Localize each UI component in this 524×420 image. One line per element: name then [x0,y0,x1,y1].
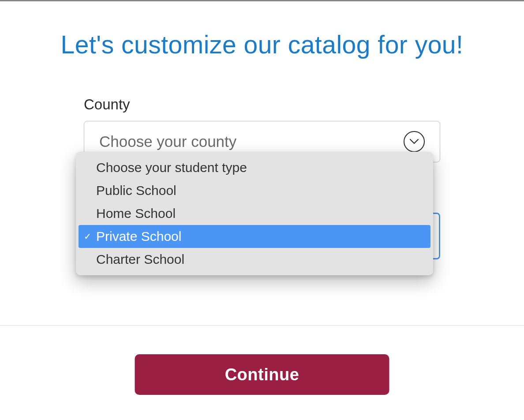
continue-button[interactable]: Continue [135,354,389,395]
option-label: Public School [96,183,176,198]
dropdown-option-charter-school[interactable]: ✓ Charter School [79,248,430,271]
option-label: Charter School [96,252,184,267]
county-placeholder: Choose your county [99,133,236,150]
page-title: Let's customize our catalog for you! [0,28,524,62]
dropdown-option-placeholder[interactable]: ✓ Choose your student type [79,156,430,179]
divider [0,325,524,326]
option-label: Home School [96,206,176,221]
dropdown-option-private-school[interactable]: ✓ Private School [79,225,430,248]
option-label: Private School [96,229,181,244]
check-icon: ✓ [84,231,91,242]
dropdown-option-home-school[interactable]: ✓ Home School [79,202,430,225]
form-area: County Choose your county ✓ Choose your … [84,96,440,162]
county-label: County [84,96,440,113]
option-label: Choose your student type [96,160,247,175]
student-type-dropdown: ✓ Choose your student type ✓ Public Scho… [76,152,433,275]
dropdown-option-public-school[interactable]: ✓ Public School [79,179,430,202]
chevron-down-icon [404,131,425,152]
